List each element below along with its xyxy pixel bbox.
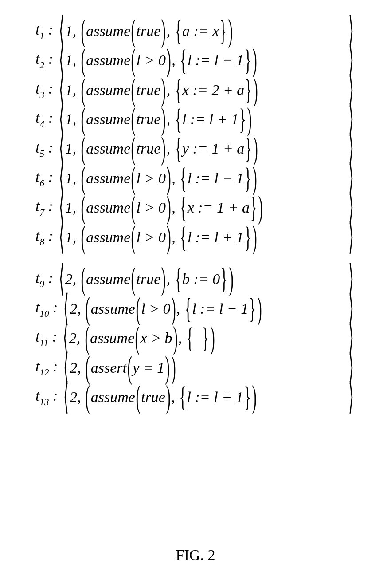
func-name: assume: [86, 272, 130, 287]
transition-row: t6 : ⟨ 1, ( assume ( l > 0 ) , { l := l …: [35, 170, 355, 187]
brace-close-icon: }: [220, 265, 228, 294]
func-name: assume: [86, 230, 130, 245]
paren-open-icon: (: [80, 192, 86, 223]
func-name: assume: [86, 112, 130, 127]
brace-open-icon: {: [174, 265, 182, 294]
condition: true: [137, 112, 161, 127]
paren-open-icon: (: [80, 133, 86, 165]
paren-open-icon: (: [135, 381, 141, 413]
paren-close-icon: ): [166, 192, 172, 223]
brace-open-icon: {: [174, 134, 182, 163]
thread-id: 1: [65, 112, 73, 127]
thread-id: 2: [70, 390, 77, 405]
paren-close-icon: ): [161, 264, 166, 295]
condition: true: [137, 83, 161, 98]
transition-row: t3 : ⟨ 1, ( assume ( true ) , { x := 2 +…: [35, 81, 355, 99]
func-name: assume: [90, 331, 134, 346]
transition-row: t9 : ⟨ 2, ( assume ( true ) , { b := 0 }…: [35, 271, 355, 288]
func-name: assume: [86, 141, 130, 156]
condition: l > 0: [137, 200, 166, 215]
action: l := l − 1: [188, 171, 244, 186]
condition: true: [137, 272, 161, 287]
paren-open-icon: (: [131, 221, 136, 253]
brace-close-icon: }: [250, 193, 257, 222]
brace-close-icon: }: [243, 383, 251, 412]
transition-row: t11 : ⟨ 2, ( assume ( x > b ) , { } ) ⟩: [35, 329, 355, 347]
transition-row: t5 : ⟨ 1, ( assume ( true ) , { y := 1 +…: [35, 140, 355, 158]
paren-open-icon: (: [131, 133, 136, 165]
thread-id: 1: [65, 230, 73, 245]
action: y := 1 + a: [182, 141, 244, 156]
thread-id: 2: [70, 301, 77, 316]
condition: y = 1: [133, 360, 164, 375]
brace-open-icon: {: [179, 383, 187, 412]
paren-close-icon: ): [171, 352, 176, 383]
transition-row: t13 : ⟨ 2, ( assume ( true ) , { l := l …: [35, 388, 355, 406]
condition: l > 0: [137, 171, 166, 186]
transition-label: t2 :: [35, 51, 53, 69]
thread-id: 2: [65, 272, 73, 287]
paren-open-icon: (: [131, 45, 136, 76]
brace-close-icon: }: [244, 164, 251, 193]
transition-row: t8 : ⟨ 1, ( assume ( l > 0 ) , { l := l …: [35, 229, 355, 246]
paren-open-icon: (: [80, 103, 86, 135]
paren-open-icon: (: [131, 264, 136, 295]
angle-open-icon: ⟨: [63, 379, 69, 415]
transition-row: t10 : ⟨ 2, ( assume ( l > 0 ) , { l := l…: [35, 300, 355, 318]
brace-close-icon: }: [219, 17, 227, 46]
paren-close-icon: ): [252, 45, 258, 76]
brace-close-icon: }: [244, 46, 251, 75]
paren-open-icon: (: [80, 45, 86, 76]
action: x := 2 + a: [182, 83, 244, 98]
paren-open-icon: (: [131, 15, 136, 47]
paren-open-icon: (: [127, 352, 133, 383]
action: l := l − 1: [188, 53, 244, 68]
transition-label: t3 :: [35, 81, 53, 99]
transition-label: t11 :: [35, 329, 57, 347]
transition-row: t2 : ⟨ 1, ( assume ( l > 0 ) , { l := l …: [35, 51, 355, 69]
brace-open-icon: {: [174, 105, 182, 134]
func-name: assume: [86, 200, 130, 215]
transition-label: t13 :: [35, 388, 58, 406]
func-name: assume: [86, 53, 130, 68]
transition-label: t8 :: [35, 229, 53, 246]
action: l := l + 1: [182, 112, 239, 127]
brace-close-icon: }: [245, 134, 252, 163]
paren-close-icon: ): [258, 192, 263, 223]
brace-open-icon: {: [180, 164, 187, 193]
thread-id: 1: [65, 200, 73, 215]
transition-row: t1 : ⟨ 1, ( assume ( true ) , { a := x }…: [35, 22, 355, 40]
brace-close-icon: }: [239, 105, 246, 134]
transition-row: t4 : ⟨ 1, ( assume ( true ) , { l := l +…: [35, 110, 355, 128]
paren-open-icon: (: [135, 293, 141, 324]
paren-open-icon: (: [131, 192, 136, 223]
paren-close-icon: ): [166, 221, 172, 253]
paren-open-icon: (: [131, 103, 136, 135]
figure-page: t1 : ⟨ 1, ( assume ( true ) , { a := x }…: [0, 0, 391, 588]
action: x := 1 + a: [188, 200, 250, 215]
action: l := l + 1: [188, 230, 244, 245]
thread-id: 2: [70, 360, 77, 375]
transition-label: t6 :: [35, 170, 53, 187]
figure-caption: FIG. 2: [0, 547, 391, 564]
brace-close-icon: }: [244, 223, 251, 252]
condition: true: [137, 24, 161, 39]
paren-open-icon: (: [131, 162, 136, 194]
transition-label: t10 :: [35, 300, 58, 318]
condition: l > 0: [137, 53, 166, 68]
transition-label: t9 :: [35, 271, 53, 288]
paren-close-icon: ): [165, 352, 170, 383]
brace-open-icon: {: [180, 46, 187, 75]
angle-close-icon: ⟩: [348, 219, 354, 256]
transition-row: t7 : ⟨ 1, ( assume ( l > 0 ) , { x := 1 …: [35, 199, 355, 217]
paren-close-icon: ): [166, 381, 171, 413]
angle-close-icon: ⟩: [348, 379, 354, 415]
action: a := x: [182, 24, 219, 39]
paren-open-icon: (: [80, 15, 86, 47]
paren-open-icon: (: [85, 352, 90, 383]
thread-id: 1: [65, 171, 73, 186]
transition-label: t5 :: [35, 140, 53, 158]
func-name: assert: [91, 360, 127, 375]
condition: true: [137, 141, 161, 156]
paren-close-icon: ): [171, 293, 176, 324]
